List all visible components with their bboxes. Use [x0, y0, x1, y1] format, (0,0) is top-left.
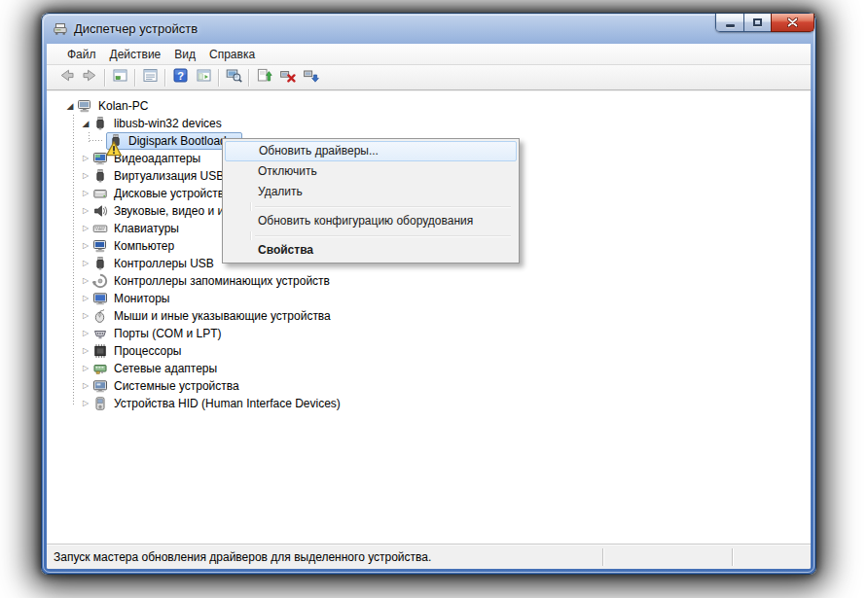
back-icon — [58, 67, 75, 88]
console-window-button[interactable] — [108, 67, 131, 88]
toolbar-separator — [248, 69, 249, 87]
context-menu-item[interactable]: Обновить драйверы... — [225, 141, 517, 161]
expand-arrow-icon[interactable]: ▷ — [80, 290, 91, 307]
expand-arrow-icon[interactable]: ▷ — [80, 377, 91, 395]
tree-item[interactable]: ◢Kolan-PC — [47, 97, 811, 115]
menu-действие[interactable]: Действие — [103, 46, 168, 63]
expand-arrow-icon[interactable]: ▷ — [80, 185, 91, 202]
disable-device-button[interactable] — [299, 67, 322, 88]
svg-text:?: ? — [177, 70, 184, 82]
collapse-arrow-icon[interactable]: ◢ — [80, 115, 91, 132]
tree-item-label: Контроллеры запоминающих устройств — [111, 273, 333, 289]
keyboard-icon — [92, 221, 108, 236]
window-controls — [715, 14, 814, 32]
context-menu: Обновить драйверы...ОтключитьУдалитьОбно… — [222, 138, 520, 264]
computer-icon — [77, 98, 92, 114]
minimize-icon — [726, 24, 735, 27]
network-icon — [92, 361, 108, 376]
storage-icon — [92, 273, 108, 289]
tree-item[interactable]: ▷Процессоры — [47, 342, 811, 360]
back-button[interactable] — [54, 67, 78, 88]
video-icon — [92, 151, 108, 166]
tree-item[interactable]: ▷Системные устройства — [47, 377, 811, 395]
close-icon — [787, 18, 798, 27]
statusbar-separator — [732, 548, 733, 566]
tree-item-label: Компьютер — [111, 238, 177, 254]
collapse-arrow-icon[interactable]: ◢ — [64, 97, 76, 115]
expand-arrow-icon[interactable]: ▷ — [80, 360, 91, 377]
maximize-button[interactable] — [744, 14, 771, 32]
toolbar-separator — [134, 69, 135, 87]
expand-arrow-icon[interactable]: ▷ — [80, 307, 91, 325]
device-manager-icon — [53, 21, 68, 37]
scan-hardware-changes-button[interactable] — [222, 67, 245, 88]
usb-warning-icon — [108, 133, 124, 149]
mouse-icon — [92, 308, 108, 324]
tree-item[interactable]: ▷Мыши и иные указывающие устройства — [47, 307, 811, 325]
expand-arrow-icon[interactable]: ▷ — [80, 237, 91, 255]
tree-item[interactable]: ▷Контроллеры запоминающих устройств — [47, 272, 811, 290]
window-title: Диспетчер устройств — [74, 21, 198, 36]
context-menu-item[interactable]: Свойства — [225, 240, 517, 261]
tree-item-label: Контроллеры USB — [111, 256, 217, 271]
forward-icon — [82, 67, 98, 88]
expand-arrow-icon[interactable]: ▷ — [80, 150, 91, 167]
forward-button[interactable] — [78, 67, 101, 88]
show-console-tree-button[interactable] — [192, 67, 215, 88]
expand-arrow-icon[interactable]: ▷ — [80, 220, 91, 237]
monitor-icon — [92, 291, 108, 306]
expand-arrow-icon[interactable]: ▷ — [80, 255, 91, 272]
console-window-icon — [112, 67, 128, 88]
tree-item-label: Мониторы — [111, 291, 172, 306]
menu-вид[interactable]: Вид — [167, 46, 202, 63]
tree-guide-line — [90, 140, 102, 141]
context-menu-item[interactable]: Отключить — [225, 161, 517, 182]
toolbar: ? — [47, 65, 811, 90]
expand-arrow-icon[interactable]: ▷ — [80, 202, 91, 220]
tree-item-label: Системные устройства — [111, 378, 242, 394]
update-driver-button[interactable] — [252, 67, 275, 88]
tree-item[interactable]: ▷Сетевые адаптеры — [47, 360, 811, 377]
status-text: Запуск мастера обновления драйверов для … — [54, 550, 431, 564]
toolbar-separator — [218, 69, 219, 87]
titlebar[interactable]: Диспетчер устройств — [42, 14, 815, 44]
context-menu-item[interactable]: Удалить — [225, 182, 517, 202]
toolbar-separator — [104, 69, 105, 87]
menu-файл[interactable]: Файл — [60, 46, 103, 63]
context-menu-separator — [255, 206, 511, 207]
help-button[interactable]: ? — [168, 67, 192, 88]
tree-item-label: Клавиатуры — [111, 221, 182, 236]
scan-hardware-changes-icon — [226, 67, 242, 88]
expand-arrow-icon[interactable]: ▷ — [80, 167, 91, 185]
maximize-icon — [753, 18, 762, 26]
close-button[interactable] — [771, 14, 814, 32]
desktop: Диспетчер устройств ФайлДействиеВидСправ… — [0, 0, 868, 598]
update-driver-icon — [256, 67, 272, 88]
expand-arrow-icon[interactable]: ▷ — [80, 272, 91, 290]
system-icon — [92, 378, 108, 394]
menu-справка[interactable]: Справка — [202, 46, 262, 63]
usb-icon — [92, 256, 108, 271]
uninstall-device-icon — [279, 67, 296, 88]
computer2-icon — [92, 238, 108, 254]
uninstall-device-button[interactable] — [275, 67, 299, 88]
tree-item[interactable]: ▷Устройства HID (Human Interface Devices… — [47, 395, 811, 412]
disable-device-icon — [303, 67, 319, 88]
device-manager-window: Диспетчер устройств ФайлДействиеВидСправ… — [41, 13, 816, 575]
properties-button[interactable] — [138, 67, 162, 88]
show-console-tree-icon — [196, 67, 212, 88]
tree-item-label: Дисковые устройства — [111, 186, 234, 201]
tree-item-label: Kolan-PC — [95, 98, 151, 114]
tree-item[interactable]: ▷Порты (COM и LPT) — [47, 325, 811, 342]
tree-item[interactable]: ▷Мониторы — [47, 290, 811, 307]
expand-arrow-icon[interactable]: ▷ — [80, 325, 91, 342]
toolbar-separator — [164, 69, 165, 87]
context-menu-item[interactable]: Обновить конфигурацию оборудования — [225, 211, 517, 231]
tree-item-label: Виртуализация USB — [111, 168, 227, 184]
expand-arrow-icon[interactable]: ▷ — [80, 395, 91, 412]
tree-item-label: libusb-win32 devices — [111, 116, 225, 131]
expand-arrow-icon[interactable]: ▷ — [80, 342, 91, 360]
tree-item[interactable]: ◢libusb-win32 devices — [47, 115, 811, 132]
statusbar-separator — [602, 548, 603, 566]
minimize-button[interactable] — [715, 14, 744, 32]
